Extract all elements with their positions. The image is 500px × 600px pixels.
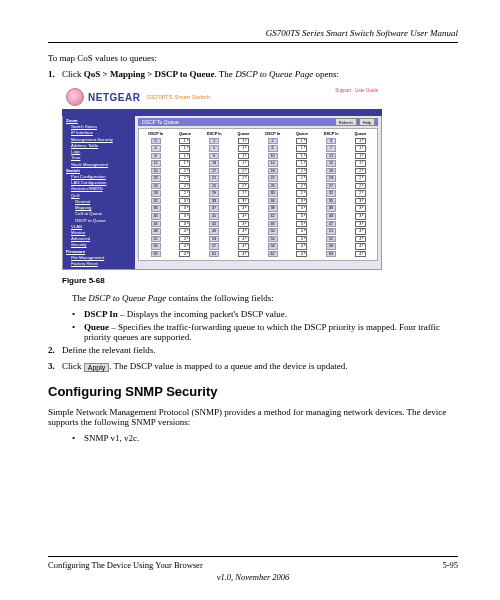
queue-select[interactable]: 1 [179, 138, 190, 145]
queue-select[interactable]: 2 [179, 190, 190, 197]
table-row: 524534544554 [141, 235, 375, 243]
queue-select[interactable]: 1 [355, 138, 366, 145]
dscp-value: 36 [151, 205, 161, 212]
queue-select[interactable]: 2 [355, 168, 366, 175]
queue-select[interactable]: 3 [238, 205, 249, 212]
queue-select[interactable]: 3 [355, 213, 366, 220]
queue-select[interactable]: 2 [238, 183, 249, 190]
queue-select[interactable]: 2 [355, 175, 366, 182]
field-name: Queue [84, 322, 109, 332]
queue-select[interactable]: 3 [296, 205, 307, 212]
queue-select[interactable]: 4 [296, 251, 307, 258]
table-row: 564574584594 [141, 243, 375, 251]
queue-select[interactable]: 4 [238, 243, 249, 250]
queue-select[interactable]: 4 [355, 236, 366, 243]
queue-select[interactable]: 1 [179, 153, 190, 160]
queue-select[interactable]: 2 [179, 183, 190, 190]
dscp-value: 58 [268, 243, 278, 250]
queue-select[interactable]: 4 [355, 243, 366, 250]
dscp-value: 38 [268, 205, 278, 212]
queue-select[interactable]: 2 [179, 168, 190, 175]
queue-select[interactable]: 4 [238, 236, 249, 243]
queue-select[interactable]: 3 [179, 221, 190, 228]
queue-select[interactable]: 1 [296, 160, 307, 167]
queue-select[interactable]: 4 [179, 228, 190, 235]
table-row: 403413423433 [141, 212, 375, 220]
queue-select[interactable]: 1 [355, 160, 366, 167]
queue-select[interactable]: 2 [355, 190, 366, 197]
queue-select[interactable]: 3 [296, 221, 307, 228]
queue-select[interactable]: 1 [179, 145, 190, 152]
queue-select[interactable]: 1 [296, 153, 307, 160]
queue-select[interactable]: 3 [296, 213, 307, 220]
queue-select[interactable]: 1 [355, 153, 366, 160]
page-name: DSCP to Queue Page [88, 293, 166, 303]
dscp-value: 17 [209, 168, 219, 175]
queue-select[interactable]: 4 [238, 251, 249, 258]
field-bullet: • DSCP In – Displays the incoming packet… [72, 309, 458, 319]
text: contains the following fields: [166, 293, 273, 303]
table-row: 202212222232 [141, 175, 375, 183]
help-button[interactable]: Help [359, 118, 375, 126]
queue-select[interactable]: 1 [355, 145, 366, 152]
queue-select[interactable]: 4 [179, 243, 190, 250]
apply-button[interactable]: Apply [84, 363, 110, 372]
dscp-value: 14 [268, 160, 278, 167]
field-name: DSCP In [84, 309, 118, 319]
queue-select[interactable]: 4 [179, 251, 190, 258]
queue-select[interactable]: 1 [238, 145, 249, 152]
refresh-button[interactable]: Refresh [335, 118, 357, 126]
dscp-value: 0 [151, 138, 161, 145]
queue-select[interactable]: 4 [355, 228, 366, 235]
queue-select[interactable]: 4 [355, 251, 366, 258]
queue-select[interactable]: 4 [296, 243, 307, 250]
dscp-value: 20 [151, 175, 161, 182]
queue-select[interactable]: 1 [179, 160, 190, 167]
step-text: opens: [313, 69, 339, 79]
queue-select[interactable]: 1 [296, 145, 307, 152]
queue-select[interactable]: 1 [296, 138, 307, 145]
dscp-value: 30 [268, 190, 278, 197]
logo-icon [66, 88, 84, 106]
queue-select[interactable]: 2 [238, 175, 249, 182]
queue-select[interactable]: 3 [355, 205, 366, 212]
dscp-value: 12 [151, 160, 161, 167]
queue-select[interactable]: 1 [238, 138, 249, 145]
step-2: 2. Define the relevant fields. [48, 345, 458, 355]
queue-select[interactable]: 3 [355, 221, 366, 228]
queue-select[interactable]: 2 [296, 190, 307, 197]
queue-select[interactable]: 2 [238, 168, 249, 175]
page-footer: Configuring The Device Using Your Browse… [48, 556, 458, 582]
queue-select[interactable]: 2 [296, 168, 307, 175]
userguide-link[interactable]: User Guide [355, 88, 378, 93]
queue-select[interactable]: 3 [296, 198, 307, 205]
queue-select[interactable]: 3 [179, 213, 190, 220]
sidebar-item[interactable]: Factory Reset [66, 261, 135, 267]
step-body: Define the relevant fields. [62, 345, 458, 355]
queue-select[interactable]: 2 [238, 190, 249, 197]
queue-select[interactable]: 2 [296, 183, 307, 190]
dscp-value: 59 [326, 243, 336, 250]
bullet-body: Queue – Specifies the traffic-forwarding… [84, 322, 458, 342]
table-row: 121131141151 [141, 160, 375, 168]
queue-select[interactable]: 4 [296, 228, 307, 235]
queue-select[interactable]: 1 [238, 160, 249, 167]
queue-select[interactable]: 3 [238, 213, 249, 220]
queue-select[interactable]: 2 [355, 183, 366, 190]
section-heading: Configuring SNMP Security [48, 384, 458, 399]
queue-select[interactable]: 1 [238, 153, 249, 160]
table-row: 604614624634 [141, 250, 375, 258]
queue-select[interactable]: 3 [179, 198, 190, 205]
queue-select[interactable]: 3 [355, 198, 366, 205]
queue-select[interactable]: 4 [179, 236, 190, 243]
queue-select[interactable]: 2 [179, 175, 190, 182]
support-link[interactable]: Support [335, 88, 351, 93]
dscp-value: 8 [151, 153, 161, 160]
queue-select[interactable]: 4 [296, 236, 307, 243]
queue-select[interactable]: 3 [238, 198, 249, 205]
queue-select[interactable]: 4 [238, 228, 249, 235]
queue-select[interactable]: 3 [238, 221, 249, 228]
dscp-value: 2 [268, 138, 278, 145]
queue-select[interactable]: 2 [296, 175, 307, 182]
queue-select[interactable]: 3 [179, 205, 190, 212]
